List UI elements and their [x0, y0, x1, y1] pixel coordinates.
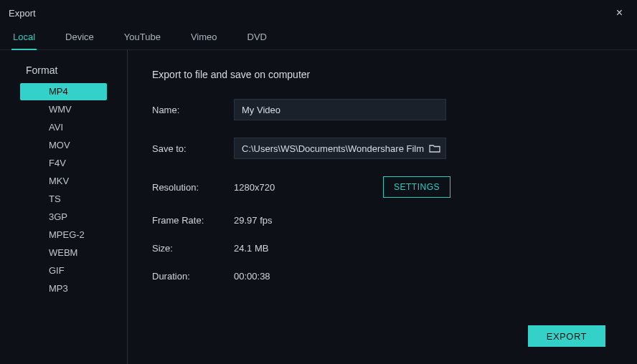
tab-vimeo[interactable]: Vimeo [189, 26, 219, 50]
close-icon[interactable]: × [610, 4, 628, 22]
sidebar-item-3gp[interactable]: 3GP [20, 209, 107, 226]
row-saveto: Save to: [152, 138, 605, 159]
sidebar-item-f4v[interactable]: F4V [20, 155, 107, 172]
sidebar-item-gif[interactable]: GIF [20, 262, 107, 279]
row-size: Size: 24.1 MB [152, 243, 605, 254]
sidebar-item-mp3[interactable]: MP3 [20, 280, 107, 297]
saveto-wrap [234, 138, 446, 159]
sidebar-item-wmv[interactable]: WMV [20, 101, 107, 118]
sidebar-item-mp4[interactable]: MP4 [20, 83, 107, 100]
tab-youtube[interactable]: YouTube [123, 26, 162, 50]
sidebar-item-mkv[interactable]: MKV [20, 173, 107, 190]
sidebar-item-avi[interactable]: AVI [20, 119, 107, 136]
sidebar-item-webm[interactable]: WEBM [20, 244, 107, 262]
format-header: Format [0, 64, 127, 83]
saveto-input[interactable] [234, 138, 446, 159]
tab-local[interactable]: Local [11, 26, 37, 50]
main-panel: Export to file and save on computer Name… [128, 50, 637, 364]
resolution-label: Resolution: [152, 182, 234, 193]
framerate-value: 29.97 fps [234, 215, 273, 226]
framerate-label: Frame Rate: [152, 215, 234, 226]
row-name: Name: [152, 99, 605, 120]
folder-icon[interactable] [429, 143, 440, 153]
row-duration: Duration: 00:00:38 [152, 271, 605, 282]
tabs: Local Device YouTube Vimeo DVD [0, 26, 637, 50]
window-title: Export [9, 8, 36, 19]
sidebar-item-mov[interactable]: MOV [20, 137, 107, 154]
name-label: Name: [152, 105, 234, 115]
size-label: Size: [152, 243, 234, 254]
row-framerate: Frame Rate: 29.97 fps [152, 215, 605, 226]
name-input[interactable] [234, 99, 446, 120]
main-heading: Export to file and save on computer [152, 69, 605, 80]
export-button[interactable]: EXPORT [528, 325, 605, 347]
titlebar: Export × [0, 0, 637, 26]
sidebar-item-ts[interactable]: TS [20, 191, 107, 208]
body: Format MP4 WMV AVI MOV F4V MKV TS 3GP MP… [0, 50, 637, 364]
duration-value: 00:00:38 [234, 271, 270, 282]
resolution-value: 1280x720 [234, 182, 275, 193]
sidebar: Format MP4 WMV AVI MOV F4V MKV TS 3GP MP… [0, 50, 128, 364]
duration-label: Duration: [152, 271, 234, 282]
sidebar-item-mpeg2[interactable]: MPEG-2 [20, 226, 107, 244]
tab-dvd[interactable]: DVD [246, 26, 268, 50]
row-resolution: Resolution: 1280x720 SETTINGS [152, 176, 450, 198]
settings-button[interactable]: SETTINGS [383, 176, 450, 198]
tab-device[interactable]: Device [64, 26, 95, 50]
size-value: 24.1 MB [234, 243, 268, 254]
saveto-label: Save to: [152, 143, 234, 154]
